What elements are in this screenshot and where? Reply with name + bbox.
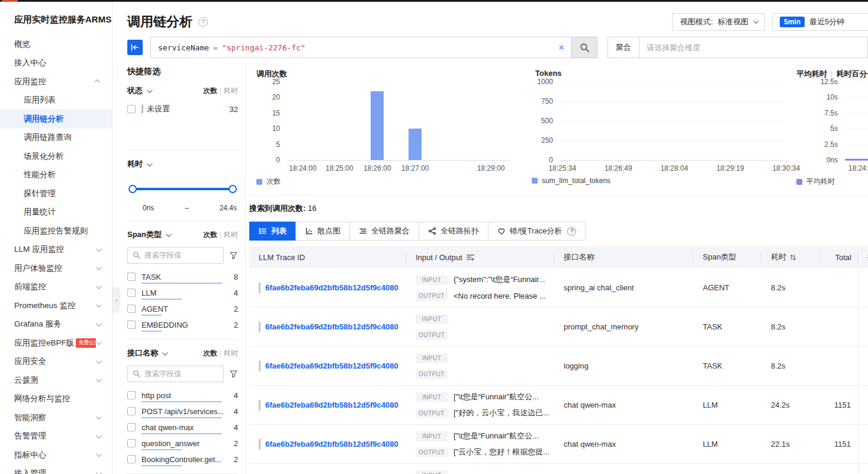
checkbox[interactable]	[127, 321, 136, 329]
slider-handle-min[interactable]	[128, 185, 137, 193]
checkbox[interactable]	[127, 455, 136, 463]
sidebar-item-5[interactable]: 调用链路查询	[0, 129, 112, 148]
sidebar-item-1[interactable]: 接入中心	[0, 54, 112, 73]
checkbox[interactable]	[127, 423, 136, 431]
column-settings-icon[interactable]	[466, 254, 475, 261]
checkbox[interactable]	[127, 273, 136, 281]
sort-icon[interactable]	[790, 254, 796, 261]
chart-legend[interactable]: 平均耗时	[796, 177, 835, 187]
trace-id-link[interactable]: 6fae6b2feba69d2bfb58b12d5f9c4080	[265, 283, 398, 292]
metric-count[interactable]: 次数	[203, 87, 217, 95]
filter-item-count: 4	[234, 289, 238, 297]
filter-search-input[interactable]	[127, 247, 224, 264]
sidebar-item-11[interactable]: LLM 应用监控	[0, 241, 112, 260]
axis-tickmark	[562, 160, 563, 162]
query-input[interactable]: serviceName = "springai-2276-fc" ×	[150, 37, 572, 58]
sidebar-item-19[interactable]: 网络分析与监控	[0, 390, 112, 409]
checkbox[interactable]	[127, 105, 136, 113]
sidebar-item-22[interactable]: 指标中心	[0, 446, 112, 465]
sidebar-item-16[interactable]: 应用监控eBPF版免费公测	[0, 334, 112, 353]
tab-trace[interactable]: 错/慢Trace分析?	[488, 222, 586, 241]
help-icon[interactable]: ?	[567, 227, 576, 236]
filter-funnel-icon[interactable]	[229, 251, 238, 260]
checkbox[interactable]	[127, 289, 136, 297]
filter-item[interactable]: chat qwen-max4	[127, 421, 238, 433]
filter-item[interactable]: http post4	[127, 389, 238, 401]
metric-duration[interactable]: 耗时	[224, 349, 238, 357]
trace-id-link[interactable]: 6fae6b2feba69d2bfb58b12d5f9c4080	[265, 440, 398, 449]
filter-item[interactable]: BookingController.get...2	[127, 453, 238, 465]
filter-item[interactable]: question_answer2	[127, 437, 238, 449]
sidebar-item-20[interactable]: 智能洞察	[0, 408, 112, 427]
view-mode-select[interactable]: 视图模式: 标准视图	[672, 13, 765, 31]
sidebar-item-17[interactable]: 应用安全	[0, 353, 112, 371]
sidebar-item-14[interactable]: Prometheus 监控	[0, 296, 112, 315]
total-tokens-cell: 1151	[819, 440, 858, 449]
query-collapse-icon[interactable]	[127, 40, 143, 55]
metric-count[interactable]: 次数	[203, 349, 217, 357]
quick-filter-panel: 快捷筛选 状态次数|耗时未设置32耗时0ns–24.4sSpan类型次数|耗时T…	[127, 64, 246, 474]
trace-id-link[interactable]: 6fae6b2feba69d2bfb58b12d5f9c4080	[265, 322, 398, 331]
tab-topology[interactable]: 全链路拓扑	[419, 222, 488, 241]
sidebar-collapse-handle[interactable]: ‹	[112, 287, 120, 313]
sidebar-item-12[interactable]: 用户体验监控	[0, 259, 112, 278]
top-strip	[0, 0, 868, 2]
filter-item[interactable]: AGENT2	[127, 303, 238, 315]
sidebar-item-4[interactable]: 调用链分析	[0, 110, 112, 129]
chevron-down-icon	[96, 470, 102, 474]
aggregate-input[interactable]	[639, 37, 868, 58]
sidebar-item-0[interactable]: 概览	[0, 35, 112, 54]
filter-funnel-icon[interactable]	[229, 370, 238, 378]
metric-duration[interactable]: 耗时	[224, 87, 238, 95]
sidebar-item-3[interactable]: 应用列表	[0, 91, 112, 110]
clear-icon[interactable]: ×	[558, 43, 564, 52]
metric-count[interactable]: 次数	[203, 230, 217, 239]
filter-search-input[interactable]	[127, 366, 224, 382]
trace-id-link[interactable]: 6fae6b2feba69d2bfb58b12d5f9c4080	[265, 361, 398, 370]
tab-list[interactable]: 列表	[249, 222, 296, 241]
filter-item[interactable]: TASK8	[127, 271, 238, 283]
checkbox[interactable]	[127, 407, 136, 415]
filter-item[interactable]: EMBEDDING2	[127, 319, 238, 331]
filter-item[interactable]: POST /api/v1/services...4	[127, 405, 238, 417]
duration-cell: 8.2s	[761, 283, 819, 292]
filter-section-label[interactable]: 耗时	[127, 159, 151, 169]
sidebar-item-21[interactable]: 告警管理	[0, 427, 112, 446]
filter-section-label[interactable]: Span类型	[127, 229, 170, 240]
tab-scatter[interactable]: 散点图	[295, 222, 350, 241]
sidebar-item-15[interactable]: Grafana 服务	[0, 315, 112, 334]
slider-handle-max[interactable]	[229, 185, 237, 193]
chart-legend[interactable]: sum_llm_total_tokens	[532, 177, 610, 185]
interface-name-cell: prompt_chat_memory	[554, 322, 693, 331]
slider-labels: 0ns–24.4s	[127, 199, 238, 212]
tab-aggregate[interactable]: 全链路聚合	[349, 222, 419, 241]
sidebar-item-9[interactable]: 用量统计	[0, 203, 112, 222]
metric-duration[interactable]: 耗时	[224, 230, 238, 239]
filter-section-label[interactable]: 接口名称	[127, 348, 166, 358]
help-icon[interactable]: ?	[198, 17, 208, 27]
filter-search-field[interactable]	[144, 370, 218, 378]
sidebar-item-2[interactable]: 应用监控	[0, 72, 112, 91]
filter-section-label[interactable]: 状态	[127, 85, 151, 96]
sidebar-item-6[interactable]: 场景化分析	[0, 147, 112, 166]
sidebar-item-10[interactable]: 应用监控告警规则	[0, 222, 112, 241]
sidebar-item-18[interactable]: 云拨测	[0, 371, 112, 390]
checkbox[interactable]	[127, 305, 136, 313]
chart-legend[interactable]: 次数	[256, 177, 281, 187]
sidebar-item-7[interactable]: 性能分析	[0, 166, 112, 185]
sidebar-item-23[interactable]: 接入管理	[0, 465, 112, 474]
duration-cell: 24.2s	[761, 401, 819, 409]
trace-id-link[interactable]: 6fae6b2feba69d2bfb58b12d5f9c4080	[265, 401, 398, 409]
tab-label: 散点图	[317, 226, 340, 236]
sidebar-item-8[interactable]: 探针管理	[0, 184, 112, 203]
search-button[interactable]	[571, 37, 597, 58]
time-range-picker[interactable]: 5min 最近5分钟	[772, 13, 868, 31]
sidebar-item-13[interactable]: 前端监控	[0, 278, 112, 297]
filter-item[interactable]: LLM4	[127, 287, 238, 299]
filter-search-field[interactable]	[144, 251, 218, 260]
filter-item[interactable]: 未设置32	[127, 103, 238, 115]
checkbox[interactable]	[127, 391, 136, 399]
gridline	[560, 82, 784, 82]
gridline	[845, 145, 868, 145]
checkbox[interactable]	[127, 439, 136, 447]
